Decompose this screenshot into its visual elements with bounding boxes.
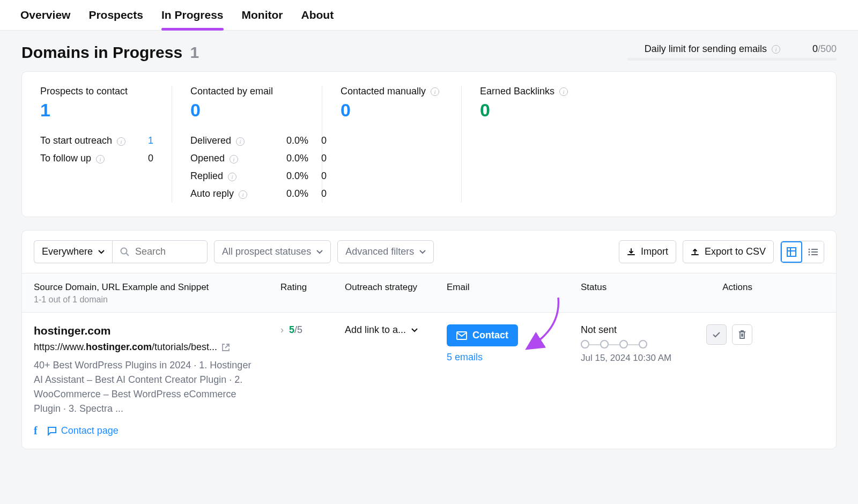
daily-limit-label: Daily limit for sending emails: [645, 43, 767, 54]
col-source-sub: 1-1 out of 1 domain: [34, 295, 280, 305]
domain-name[interactable]: hostinger.com: [34, 324, 280, 337]
stat-autoreply-label: Auto reply: [190, 188, 234, 199]
status-progress: [581, 340, 688, 349]
info-icon[interactable]: i: [96, 155, 105, 164]
svg-point-5: [809, 248, 810, 250]
svg-point-7: [809, 251, 810, 253]
table-icon: [787, 247, 796, 257]
scope-label: Everywhere: [42, 246, 93, 257]
view-table-button[interactable]: [781, 241, 802, 263]
svg-rect-2: [787, 248, 796, 256]
stat-autoreply-pct: 0.0%: [276, 188, 308, 199]
contact-button[interactable]: Contact: [447, 324, 518, 346]
col-email: Email: [447, 282, 581, 305]
page-title: Domains in Progress 1: [21, 43, 199, 62]
stat-prospects-label: Prospects to contact: [40, 86, 153, 97]
daily-limit: Daily limit for sending emails i 0/500: [627, 43, 837, 61]
stat-opened-label: Opened: [190, 153, 225, 164]
col-rating: Rating: [280, 282, 345, 305]
tab-monitor[interactable]: Monitor: [242, 9, 283, 30]
info-icon[interactable]: i: [559, 87, 568, 96]
tab-in-progress[interactable]: In Progress: [161, 9, 224, 30]
daily-limit-bar: [627, 58, 837, 61]
tab-prospects[interactable]: Prospects: [88, 9, 143, 30]
advanced-filters-label: Advanced filters: [345, 246, 414, 257]
info-icon[interactable]: i: [772, 45, 780, 54]
chat-icon: [47, 426, 57, 436]
stat-manual-value[interactable]: 0: [341, 100, 443, 120]
export-button[interactable]: Export to CSV: [683, 240, 774, 263]
cell-rating[interactable]: › 5/5: [280, 324, 345, 336]
table-header: Source Domain, URL Example and Snippet 1…: [22, 273, 836, 312]
svg-line-1: [126, 253, 129, 256]
stat-email-label: Contacted by email: [190, 86, 304, 97]
status-date: Jul 15, 2024 10:30 AM: [581, 353, 688, 364]
info-icon[interactable]: i: [230, 155, 238, 164]
status-text: Not sent: [581, 324, 688, 336]
rating-value: 5: [289, 324, 294, 335]
upload-icon: [691, 248, 699, 256]
tab-about[interactable]: About: [301, 9, 334, 30]
stat-replied-label: Replied: [190, 171, 223, 181]
delete-button[interactable]: [732, 324, 752, 345]
stat-prospects-value[interactable]: 1: [40, 100, 153, 120]
import-label: Import: [641, 246, 668, 257]
daily-limit-current: 0: [812, 43, 818, 54]
search-icon: [120, 247, 130, 257]
export-label: Export to CSV: [705, 246, 766, 257]
url-example[interactable]: https://www.hostinger.com/tutorials/best…: [34, 342, 280, 353]
stat-start-outreach-value[interactable]: 1: [143, 135, 153, 146]
col-status: Status: [581, 282, 688, 305]
page-title-text: Domains in Progress: [21, 43, 182, 61]
daily-limit-max: 500: [820, 43, 837, 54]
stat-follow-up-value: 0: [143, 153, 153, 164]
view-list-button[interactable]: [802, 241, 824, 263]
trash-icon: [738, 330, 746, 339]
mark-done-button[interactable]: [706, 324, 727, 345]
cell-email: Contact 5 emails: [447, 324, 581, 363]
info-icon[interactable]: i: [431, 87, 439, 96]
stat-manual-label: Contacted manually i: [341, 86, 443, 97]
list-icon: [808, 248, 818, 256]
rating-max: /5: [294, 324, 302, 335]
toolbar: Everywhere All prospect statuses Advance…: [22, 231, 836, 273]
import-button[interactable]: Import: [619, 240, 676, 263]
advanced-filters-dropdown[interactable]: Advanced filters: [337, 240, 434, 263]
info-icon[interactable]: i: [117, 137, 125, 146]
stat-backlinks-value[interactable]: 0: [480, 100, 818, 120]
stats-panel: Prospects to contact 1 To start outreach…: [22, 72, 836, 217]
info-icon[interactable]: i: [236, 137, 245, 146]
info-icon[interactable]: i: [239, 190, 247, 199]
snippet: 40+ Best WordPress Plugins in 2024 · 1. …: [34, 358, 259, 416]
svg-point-9: [809, 254, 810, 255]
stat-opened-pct: 0.0%: [276, 153, 308, 164]
search-box[interactable]: [112, 240, 208, 263]
cell-status: Not sent Jul 15, 2024 10:30 AM: [581, 324, 688, 364]
search-input[interactable]: [135, 246, 199, 257]
chevron-right-icon: ›: [280, 324, 284, 336]
cell-actions: [688, 324, 752, 345]
chevron-down-icon: [98, 250, 105, 254]
scope-dropdown[interactable]: Everywhere: [34, 240, 112, 263]
status-filter-label: All prospect statuses: [222, 246, 311, 257]
cell-strategy[interactable]: Add link to a...: [345, 324, 447, 336]
chevron-down-icon: [411, 328, 418, 332]
external-link-icon: [221, 343, 230, 352]
stat-delivered-pct: 0.0%: [276, 135, 308, 146]
contact-page-link[interactable]: Contact page: [47, 425, 119, 436]
contact-button-label: Contact: [472, 330, 508, 341]
stat-email-value[interactable]: 0: [190, 100, 304, 120]
download-icon: [627, 248, 635, 256]
tab-overview[interactable]: Overview: [20, 9, 70, 30]
view-toggle: [780, 241, 824, 263]
stat-delivered-label: Delivered: [190, 135, 231, 146]
stat-backlinks-label: Earned Backlinks i: [480, 86, 818, 97]
emails-link[interactable]: 5 emails: [447, 352, 483, 363]
info-icon[interactable]: i: [228, 173, 236, 181]
facebook-icon[interactable]: f: [34, 425, 38, 437]
chevron-down-icon: [316, 250, 323, 254]
mail-icon: [456, 331, 467, 340]
cell-source: hostinger.com https://www.hostinger.com/…: [34, 324, 280, 437]
svg-point-0: [121, 248, 127, 254]
status-filter-dropdown[interactable]: All prospect statuses: [214, 240, 331, 263]
